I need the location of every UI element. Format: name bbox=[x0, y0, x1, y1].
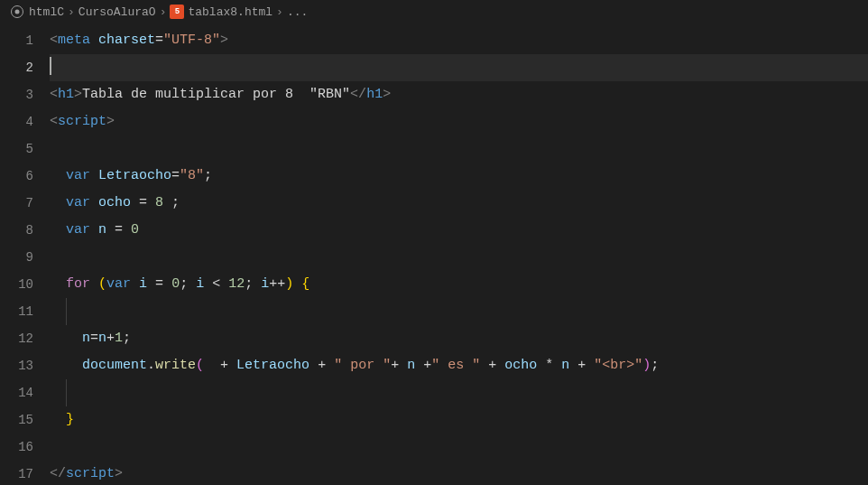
line-number[interactable]: 8 bbox=[0, 217, 33, 244]
html-file-icon: 5 bbox=[170, 5, 184, 19]
breadcrumb-label: htmlC bbox=[29, 5, 64, 19]
code-area[interactable]: <meta charset="UTF-8"> <h1>Tabla de mult… bbox=[50, 23, 868, 485]
code-line[interactable]: <h1>Tabla de multiplicar por 8 "RBN"</h1… bbox=[50, 81, 868, 108]
code-line[interactable] bbox=[50, 298, 868, 325]
code-line[interactable]: <script> bbox=[50, 108, 868, 135]
code-line-current[interactable] bbox=[50, 54, 868, 81]
line-number[interactable]: 16 bbox=[0, 434, 33, 461]
code-line[interactable]: for (var i = 0; i < 12; i++) { bbox=[50, 271, 868, 298]
code-line[interactable]: var ocho = 8 ; bbox=[50, 190, 868, 217]
line-number-gutter[interactable]: 1 2 3 4 5 6 7 8 9 10 11 12 13 14 15 16 1… bbox=[0, 23, 50, 485]
line-number[interactable]: 1 bbox=[0, 27, 33, 54]
line-number[interactable]: 17 bbox=[0, 461, 33, 485]
line-number[interactable]: 13 bbox=[0, 352, 33, 379]
chevron-right-icon: › bbox=[160, 5, 167, 19]
chevron-right-icon: › bbox=[68, 5, 75, 19]
code-line[interactable]: </script> bbox=[50, 461, 868, 485]
breadcrumb-label: tablax8.html bbox=[188, 5, 272, 19]
indent-guide bbox=[66, 298, 67, 325]
line-number[interactable]: 9 bbox=[0, 244, 33, 271]
line-number[interactable]: 15 bbox=[0, 406, 33, 434]
line-number[interactable]: 6 bbox=[0, 163, 33, 190]
code-line[interactable]: } bbox=[50, 406, 868, 434]
line-number[interactable]: 7 bbox=[0, 190, 33, 217]
code-line[interactable] bbox=[50, 244, 868, 271]
line-number[interactable]: 11 bbox=[0, 298, 33, 325]
code-line[interactable]: var n = 0 bbox=[50, 217, 868, 244]
line-number[interactable]: 2 bbox=[0, 54, 33, 81]
breadcrumb-item-root[interactable]: htmlC bbox=[11, 5, 64, 19]
code-line[interactable] bbox=[50, 379, 868, 406]
breadcrumb[interactable]: htmlC › CursoAluraO › 5 tablax8.html › .… bbox=[0, 0, 868, 23]
chevron-right-icon: › bbox=[276, 5, 283, 19]
breadcrumb-item-folder[interactable]: CursoAluraO bbox=[78, 5, 156, 19]
editor: 1 2 3 4 5 6 7 8 9 10 11 12 13 14 15 16 1… bbox=[0, 23, 868, 485]
line-number[interactable]: 10 bbox=[0, 271, 33, 298]
indent-guide bbox=[66, 379, 67, 406]
code-line[interactable]: n=n+1; bbox=[50, 325, 868, 352]
breadcrumb-item-file[interactable]: 5 tablax8.html bbox=[170, 5, 272, 19]
code-line[interactable]: <meta charset="UTF-8"> bbox=[50, 27, 868, 54]
breadcrumb-root-icon bbox=[11, 5, 23, 18]
line-number[interactable]: 12 bbox=[0, 325, 33, 352]
code-line[interactable]: document.write( + Letraocho + " por "+ n… bbox=[50, 352, 868, 379]
code-line[interactable] bbox=[50, 434, 868, 461]
breadcrumb-label: CursoAluraO bbox=[78, 5, 156, 19]
line-number[interactable]: 5 bbox=[0, 135, 33, 163]
line-number[interactable]: 3 bbox=[0, 81, 33, 108]
breadcrumb-item-symbol[interactable]: ... bbox=[287, 5, 308, 19]
code-line[interactable]: var Letraocho="8"; bbox=[50, 163, 868, 190]
breadcrumb-label: ... bbox=[287, 5, 308, 19]
code-line[interactable] bbox=[50, 135, 868, 163]
text-cursor bbox=[50, 57, 51, 75]
line-number[interactable]: 4 bbox=[0, 108, 33, 135]
line-number[interactable]: 14 bbox=[0, 379, 33, 406]
